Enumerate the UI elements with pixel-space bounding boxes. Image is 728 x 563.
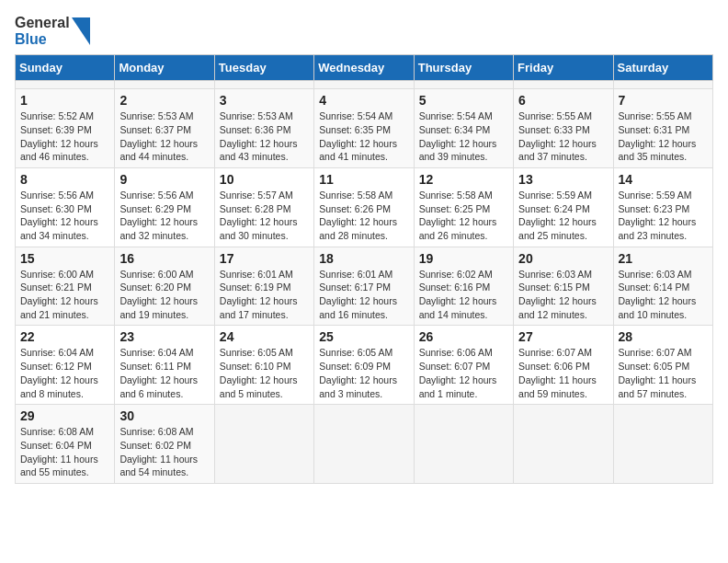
day-info: Sunrise: 5:54 AMSunset: 6:34 PMDaylight:… (419, 110, 497, 162)
day-info: Sunrise: 5:54 AMSunset: 6:35 PMDaylight:… (319, 110, 397, 162)
day-number: 5 (419, 93, 508, 108)
day-info: Sunrise: 6:05 AMSunset: 6:10 PMDaylight:… (220, 347, 298, 398)
day-cell: 9 Sunrise: 5:56 AMSunset: 6:29 PMDayligh… (115, 167, 214, 247)
day-cell (514, 81, 613, 89)
day-number: 17 (220, 251, 309, 266)
day-cell (414, 81, 513, 89)
week-row-4: 15 Sunrise: 6:00 AMSunset: 6:21 PMDaylig… (16, 247, 713, 326)
day-cell: 2 Sunrise: 5:53 AMSunset: 6:37 PMDayligh… (115, 89, 214, 168)
header-cell-saturday: Saturday (613, 55, 712, 81)
week-row-3: 8 Sunrise: 5:56 AMSunset: 6:30 PMDayligh… (16, 167, 713, 247)
day-number: 30 (119, 408, 209, 423)
day-cell: 5 Sunrise: 5:54 AMSunset: 6:34 PMDayligh… (414, 89, 513, 168)
day-cell (514, 405, 613, 484)
day-number: 8 (20, 172, 109, 187)
day-number: 11 (319, 172, 408, 187)
day-number: 2 (119, 93, 209, 108)
day-info: Sunrise: 5:56 AMSunset: 6:30 PMDaylight:… (20, 190, 98, 241)
header-cell-thursday: Thursday (414, 55, 513, 81)
day-info: Sunrise: 6:04 AMSunset: 6:12 PMDaylight:… (20, 347, 98, 398)
day-cell (613, 81, 712, 89)
day-number: 19 (419, 251, 508, 266)
day-number: 25 (319, 329, 408, 344)
day-info: Sunrise: 6:00 AMSunset: 6:20 PMDaylight:… (119, 269, 198, 320)
header-cell-monday: Monday (115, 55, 214, 81)
day-info: Sunrise: 5:59 AMSunset: 6:24 PMDaylight:… (518, 190, 597, 241)
day-info: Sunrise: 5:56 AMSunset: 6:29 PMDaylight:… (119, 190, 198, 241)
header-row: SundayMondayTuesdayWednesdayThursdayFrid… (16, 55, 713, 81)
day-cell: 6 Sunrise: 5:55 AMSunset: 6:33 PMDayligh… (514, 89, 613, 168)
day-number: 16 (119, 251, 209, 266)
day-cell: 30 Sunrise: 6:08 AMSunset: 6:02 PMDaylig… (115, 405, 214, 484)
header-cell-sunday: Sunday (16, 55, 115, 81)
svg-marker-0 (72, 17, 90, 45)
day-number: 23 (119, 329, 209, 344)
day-info: Sunrise: 5:52 AMSunset: 6:39 PMDaylight:… (20, 110, 98, 162)
day-number: 7 (619, 93, 708, 108)
day-info: Sunrise: 5:59 AMSunset: 6:23 PMDaylight:… (619, 190, 697, 241)
day-number: 22 (20, 329, 109, 344)
day-cell (314, 81, 414, 89)
day-cell: 12 Sunrise: 5:58 AMSunset: 6:25 PMDaylig… (414, 167, 513, 247)
logo-line2: Blue (15, 31, 70, 48)
day-info: Sunrise: 6:08 AMSunset: 6:04 PMDaylight:… (20, 426, 98, 477)
day-cell: 24 Sunrise: 6:05 AMSunset: 6:10 PMDaylig… (214, 326, 313, 405)
day-number: 18 (319, 251, 408, 266)
day-info: Sunrise: 5:53 AMSunset: 6:37 PMDaylight:… (119, 110, 198, 162)
day-cell: 25 Sunrise: 6:05 AMSunset: 6:09 PMDaylig… (314, 326, 414, 405)
day-cell (16, 81, 115, 89)
day-cell: 15 Sunrise: 6:00 AMSunset: 6:21 PMDaylig… (16, 247, 115, 326)
day-number: 24 (220, 329, 309, 344)
day-cell: 26 Sunrise: 6:06 AMSunset: 6:07 PMDaylig… (414, 326, 513, 405)
calendar-table: SundayMondayTuesdayWednesdayThursdayFrid… (15, 54, 713, 484)
day-number: 10 (220, 172, 309, 187)
day-number: 13 (518, 172, 608, 187)
day-info: Sunrise: 6:01 AMSunset: 6:19 PMDaylight:… (220, 269, 298, 320)
day-number: 14 (619, 172, 708, 187)
day-number: 4 (319, 93, 408, 108)
day-number: 20 (518, 251, 608, 266)
day-cell: 13 Sunrise: 5:59 AMSunset: 6:24 PMDaylig… (514, 167, 613, 247)
day-number: 29 (20, 408, 109, 423)
day-cell: 27 Sunrise: 6:07 AMSunset: 6:06 PMDaylig… (514, 326, 613, 405)
week-row-1 (16, 81, 713, 89)
day-number: 6 (518, 93, 608, 108)
logo: General Blue (15, 15, 90, 47)
day-cell: 14 Sunrise: 5:59 AMSunset: 6:23 PMDaylig… (613, 167, 712, 247)
week-row-6: 29 Sunrise: 6:08 AMSunset: 6:04 PMDaylig… (16, 405, 713, 484)
day-cell (414, 405, 513, 484)
day-info: Sunrise: 5:58 AMSunset: 6:26 PMDaylight:… (319, 190, 397, 241)
day-cell: 22 Sunrise: 6:04 AMSunset: 6:12 PMDaylig… (16, 326, 115, 405)
day-cell: 21 Sunrise: 6:03 AMSunset: 6:14 PMDaylig… (613, 247, 712, 326)
header-cell-friday: Friday (514, 55, 613, 81)
day-cell: 4 Sunrise: 5:54 AMSunset: 6:35 PMDayligh… (314, 89, 414, 168)
day-info: Sunrise: 5:58 AMSunset: 6:25 PMDaylight:… (419, 190, 497, 241)
day-cell: 28 Sunrise: 6:07 AMSunset: 6:05 PMDaylig… (613, 326, 712, 405)
day-cell: 18 Sunrise: 6:01 AMSunset: 6:17 PMDaylig… (314, 247, 414, 326)
logo-chevron-icon (72, 17, 90, 45)
week-row-2: 1 Sunrise: 5:52 AMSunset: 6:39 PMDayligh… (16, 89, 713, 168)
day-number: 28 (619, 329, 708, 344)
day-cell (314, 405, 414, 484)
day-cell: 19 Sunrise: 6:02 AMSunset: 6:16 PMDaylig… (414, 247, 513, 326)
day-number: 27 (518, 329, 608, 344)
day-info: Sunrise: 6:00 AMSunset: 6:21 PMDaylight:… (20, 269, 98, 320)
header-cell-wednesday: Wednesday (314, 55, 414, 81)
day-info: Sunrise: 6:04 AMSunset: 6:11 PMDaylight:… (119, 347, 198, 398)
day-number: 15 (20, 251, 109, 266)
day-info: Sunrise: 6:08 AMSunset: 6:02 PMDaylight:… (119, 426, 198, 477)
day-cell: 29 Sunrise: 6:08 AMSunset: 6:04 PMDaylig… (16, 405, 115, 484)
header-cell-tuesday: Tuesday (214, 55, 313, 81)
day-cell: 17 Sunrise: 6:01 AMSunset: 6:19 PMDaylig… (214, 247, 313, 326)
day-cell: 23 Sunrise: 6:04 AMSunset: 6:11 PMDaylig… (115, 326, 214, 405)
day-info: Sunrise: 6:02 AMSunset: 6:16 PMDaylight:… (419, 269, 497, 320)
day-info: Sunrise: 5:53 AMSunset: 6:36 PMDaylight:… (220, 110, 298, 162)
header: General Blue (15, 15, 713, 47)
day-info: Sunrise: 5:57 AMSunset: 6:28 PMDaylight:… (220, 190, 298, 241)
day-number: 1 (20, 93, 109, 108)
day-info: Sunrise: 5:55 AMSunset: 6:33 PMDaylight:… (518, 110, 597, 162)
day-cell (214, 81, 313, 89)
week-row-5: 22 Sunrise: 6:04 AMSunset: 6:12 PMDaylig… (16, 326, 713, 405)
day-cell (613, 405, 712, 484)
logo-graphic: General Blue (15, 15, 90, 47)
